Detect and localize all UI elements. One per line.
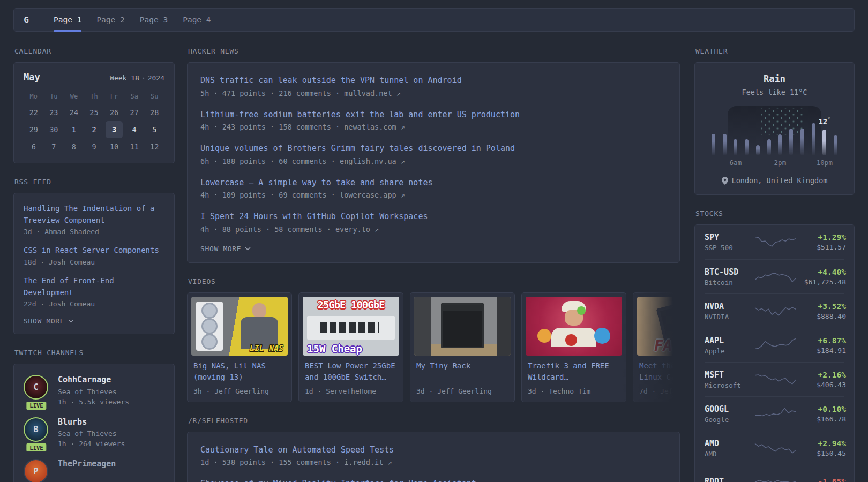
video-title[interactable]: Meet the nLinux Clus <box>639 360 680 383</box>
avatar[interactable]: C <box>24 375 48 400</box>
channel-name[interactable]: Blurbs <box>58 417 125 428</box>
news-title[interactable]: Unique volumes of Brothers Grimm fairy t… <box>200 142 515 155</box>
news-item: Showcase of my Mixed Reality Interface f… <box>200 478 667 482</box>
hackernews-card: DNS traffic can leak outside the VPN tun… <box>187 62 680 263</box>
video-card[interactable]: My Tiny Rack 3d · Jeff Geerling <box>410 292 515 402</box>
channel-game[interactable]: Sea of Thieves <box>58 430 125 438</box>
tab-page-3[interactable]: Page 3 <box>140 9 168 31</box>
reddit-card: Cautionary Tale on Automated Speed Tests… <box>187 432 680 482</box>
video-thumbnail[interactable] <box>526 297 622 356</box>
stock-ticker: MSFT <box>705 370 754 380</box>
stock-sparkline <box>754 303 797 319</box>
weather-temp-bars <box>708 106 841 155</box>
stock-change: +4.40% <box>797 268 846 276</box>
news-meta[interactable]: 5h · 471 points · 216 comments · mullvad… <box>200 89 667 97</box>
twitch-channel-row[interactable]: B LIVE Blurbs Sea of Thieves 1h · 264 vi… <box>24 417 164 448</box>
rss-item-title[interactable]: The End of Front-End Development <box>24 275 164 298</box>
calendar-day: 5 <box>144 121 164 138</box>
news-title[interactable]: Lithium-free sodium batteries exit the l… <box>200 109 520 121</box>
video-title[interactable]: Traefik 3 and FREE Wildcard… <box>528 360 620 383</box>
calendar-day: 28 <box>144 104 164 121</box>
weather-section-label: WEATHER <box>695 47 855 55</box>
avatar[interactable]: P <box>24 459 48 482</box>
show-more-label: SHOW MORE <box>200 245 241 253</box>
video-meta: 3d · Jeff Geerling <box>416 387 508 395</box>
calendar-month: May <box>24 72 40 82</box>
thumbnail-caption: FAS <box>654 337 680 355</box>
video-thumbnail[interactable]: 25GbE 100GbE 15W Cheap <box>303 297 399 356</box>
calendar-day: 22 <box>24 104 44 121</box>
stock-sparkline <box>754 475 797 482</box>
stock-name: NVIDIA <box>705 313 754 321</box>
calendar-day: 3 <box>106 121 123 138</box>
video-meta: 3h · Jeff Geerling <box>193 387 286 395</box>
weekday-label: Su <box>144 89 164 104</box>
rss-item: CSS in React Server Components 18d · Jos… <box>24 245 164 266</box>
stock-row[interactable]: AAPLApple +6.87%$184.91 <box>705 328 844 362</box>
stock-row[interactable]: RDDT -1.65% <box>705 465 844 482</box>
stock-row[interactable]: BTC-USDBitcoin +4.40%$61,725.48 <box>705 259 844 293</box>
app-logo[interactable]: G <box>14 9 39 31</box>
rss-show-more-button[interactable]: SHOW MORE <box>24 317 164 325</box>
news-title[interactable]: Cautionary Tale on Automated Speed Tests <box>200 444 394 456</box>
stock-name: AMD <box>705 450 754 458</box>
stocks-card: SPYS&P 500 +1.29%$511.57 BTC-USDBitcoin … <box>694 224 855 482</box>
video-card[interactable]: FAS Meet the nLinux Clus 7d · Jeff Geerl… <box>633 292 680 402</box>
hackernews-show-more-button[interactable]: SHOW MORE <box>200 245 667 253</box>
twitch-section-label: TWITCH CHANNELS <box>14 349 175 357</box>
weather-temp-bar <box>778 134 782 155</box>
reddit-section-label: /R/SELFHOSTED <box>188 417 680 425</box>
stock-row[interactable]: SPYS&P 500 +1.29%$511.57 <box>705 225 844 259</box>
video-thumbnail[interactable]: LIL NAS <box>191 297 288 356</box>
rss-item-title[interactable]: Handling The Indentation of a Treeview C… <box>24 203 164 226</box>
calendar-day: 26 <box>104 104 124 121</box>
stock-price: $166.78 <box>797 415 846 423</box>
weekday-label: We <box>64 89 84 104</box>
calendar-day: 4 <box>124 121 145 138</box>
video-meta: 1d · ServeTheHome <box>305 387 397 395</box>
video-card[interactable]: 25GbE 100GbE 15W Cheap BEST Low Power 25… <box>298 292 403 402</box>
news-meta[interactable]: 4h · 88 points · 58 comments · every.to … <box>200 225 667 234</box>
calendar-day: 23 <box>44 104 64 121</box>
stock-row[interactable]: AMDAMD +2.94%$150.45 <box>705 431 844 465</box>
video-card[interactable]: Traefik 3 and FREE Wildcard… 3d · Techno… <box>521 292 626 402</box>
news-meta[interactable]: 4h · 243 points · 158 comments · newatla… <box>200 123 667 131</box>
news-title[interactable]: Showcase of my Mixed Reality Interface f… <box>200 478 476 482</box>
channel-name[interactable]: ThePrimeagen <box>58 459 116 470</box>
show-more-label: SHOW MORE <box>24 317 64 325</box>
stock-sparkline <box>754 372 797 388</box>
news-title[interactable]: DNS traffic can leak outside the VPN tun… <box>200 74 462 87</box>
stock-row[interactable]: MSFTMicrosoft +2.16%$406.43 <box>705 362 844 396</box>
stock-row[interactable]: GOOGLGoogle +0.10%$166.78 <box>705 396 844 431</box>
news-meta[interactable]: 1d · 538 points · 155 comments · i.redd.… <box>200 458 667 466</box>
twitch-channel-row[interactable]: P ThePrimeagen <box>24 459 164 482</box>
twitch-channel-row[interactable]: C LIVE CohhCarnage Sea of Thieves 1h · 5… <box>24 375 164 406</box>
weather-feels-like: Feels like 11°C <box>707 88 842 96</box>
news-meta[interactable]: 6h · 188 points · 60 comments · english.… <box>200 157 667 165</box>
news-meta[interactable]: 4h · 109 points · 69 comments · lowercas… <box>200 191 667 199</box>
current-temp-label: 12° <box>818 116 830 126</box>
left-column: CALENDAR May Week 18·2024 Mo Tu We Th Fr… <box>13 47 175 482</box>
hackernews-widget: HACKER NEWS DNS traffic can leak outside… <box>187 47 680 263</box>
live-badge: LIVE <box>25 401 47 411</box>
tab-page-2[interactable]: Page 2 <box>96 9 124 31</box>
avatar[interactable]: B <box>24 417 48 442</box>
video-title[interactable]: BEST Low Power 25GbE and 100GbE Switch… <box>305 360 397 383</box>
rss-item-title[interactable]: CSS in React Server Components <box>24 245 164 257</box>
channel-game[interactable]: Sea of Thieves <box>58 388 129 396</box>
stock-row[interactable]: NVDANVIDIA +3.52%$888.40 <box>705 293 844 328</box>
weather-location: London, United Kingdom <box>707 176 842 185</box>
network-switch-shape <box>307 316 395 340</box>
news-title[interactable]: I Spent 24 Hours with GitHub Copilot Wor… <box>200 210 428 223</box>
video-title[interactable]: Big NAS, Lil NAS (moving 13) <box>193 360 286 383</box>
channel-name[interactable]: CohhCarnage <box>58 375 129 386</box>
video-thumbnail[interactable]: FAS <box>637 297 680 356</box>
video-thumbnail[interactable] <box>414 297 511 356</box>
tab-page-4[interactable]: Page 4 <box>183 9 211 31</box>
news-title[interactable]: Lowercase – A simple way to take and sha… <box>200 177 432 189</box>
calendar-day: 29 <box>24 121 44 138</box>
calendar-day: 12 <box>144 138 164 155</box>
tab-page-1[interactable]: Page 1 <box>54 9 81 31</box>
video-card[interactable]: LIL NAS Big NAS, Lil NAS (moving 13) 3h … <box>187 292 292 402</box>
video-title[interactable]: My Tiny Rack <box>416 360 508 383</box>
